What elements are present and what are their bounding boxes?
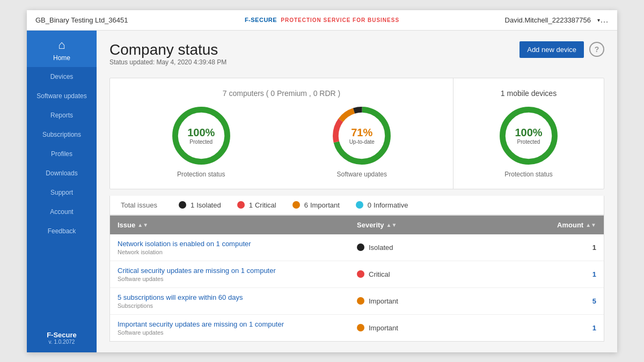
sidebar-item-software-updates[interactable]: Software updates — [27, 86, 97, 106]
severity-dot-0 — [357, 243, 364, 251]
table-header: Issue ▲▼ Severity ▲▼ Amount ▲▼ — [110, 216, 604, 234]
mobile-gauges-row: 100% Protected Protection status — [464, 106, 593, 178]
computers-count: 7 computers — [223, 89, 264, 98]
donut-text-mobile: Protected — [515, 139, 542, 145]
sidebar-item-subscriptions[interactable]: Subscriptions — [27, 125, 97, 144]
help-button[interactable]: ? — [589, 42, 604, 57]
top-bar: GB_Binary Testing Ltd_36451 F-SECURE PRO… — [27, 10, 617, 31]
issue-informative: 0 Informative — [356, 201, 408, 209]
td-severity-3: Important — [349, 315, 477, 341]
td-issue-3: Important security updates are missing o… — [110, 315, 349, 341]
donut-center-protection: 100% Protected — [187, 126, 215, 145]
computers-left: 7 computers ( 0 Premium , 0 RDR ) — [110, 78, 453, 189]
main-layout: ⌂ Home Devices Software updates Reports … — [27, 31, 617, 352]
td-issue-0: Network isolation is enabled on 1 comput… — [110, 234, 349, 261]
main-content: Company status Status updated: May 4, 20… — [97, 31, 617, 352]
status-updated: Status updated: May 4, 2020 4:39:48 PM — [109, 58, 226, 66]
sidebar-item-home[interactable]: ⌂ Home — [27, 31, 97, 67]
sidebar-home-label: Home — [53, 54, 70, 62]
computers-section: 7 computers ( 0 Premium , 0 RDR ) — [110, 78, 604, 189]
donut-mobile: 100% Protected — [499, 106, 558, 165]
issue-critical: 1 Critical — [237, 201, 276, 209]
gauges-row: 100% Protected Protection status — [121, 106, 442, 178]
sidebar-item-account[interactable]: Account — [27, 202, 97, 221]
username: David.Mitchell_2223387756 — [505, 16, 591, 24]
td-amount-2: 5 — [477, 288, 604, 314]
important-label: Important — [310, 201, 340, 209]
th-severity: Severity ▲▼ — [349, 216, 477, 234]
important-count: 6 — [304, 201, 308, 209]
table-row: 5 subscriptions will expire within 60 da… — [110, 288, 604, 315]
logo-prefix: F-SECURE — [245, 17, 277, 23]
issue-sub-3: Software updates — [118, 329, 164, 336]
sidebar-item-feedback[interactable]: Feedback — [27, 221, 97, 241]
title-block: Company status Status updated: May 4, 20… — [109, 41, 226, 75]
content-header: Company status Status updated: May 4, 20… — [109, 41, 604, 75]
total-issues-label: Total issues — [121, 201, 157, 209]
gauge-software: 71% Up-to-date Software updates — [332, 106, 391, 178]
issue-name-3[interactable]: Important security updates are missing o… — [118, 320, 284, 328]
amount-3: 1 — [592, 324, 596, 332]
header-actions: Add new device ? — [519, 41, 604, 58]
severity-label-2: Important — [369, 297, 398, 305]
issues-table: Issue ▲▼ Severity ▲▼ Amount ▲▼ Net — [109, 215, 604, 342]
amount-1: 1 — [592, 270, 596, 278]
gauge-label-software: Software updates — [337, 171, 387, 178]
sidebar-item-profiles[interactable]: Profiles — [27, 144, 97, 164]
home-icon: ⌂ — [58, 38, 65, 52]
td-severity-0: Isolated — [349, 234, 477, 261]
table-row: Important security updates are missing o… — [110, 315, 604, 341]
donut-text-software: Up-to-date — [349, 139, 375, 145]
critical-label: Critical — [255, 201, 276, 209]
th-severity-label: Severity — [357, 221, 384, 229]
issue-important: 6 Important — [292, 201, 340, 209]
sidebar-bottom: F-Secure v. 1.0.2072 — [47, 323, 77, 352]
isolated-count: 1 — [191, 201, 194, 209]
sort-amount-icon[interactable]: ▲▼ — [586, 222, 596, 228]
sidebar: ⌂ Home Devices Software updates Reports … — [27, 31, 97, 352]
donut-protection: 100% Protected — [172, 106, 231, 165]
severity-label-0: Isolated — [369, 243, 393, 252]
app-logo: F-SECURE PROTECTION SERVICE FOR BUSINESS — [245, 17, 399, 23]
donut-center-software: 71% Up-to-date — [349, 126, 375, 145]
td-issue-1: Critical security updates are missing on… — [110, 261, 349, 287]
td-issue-2: 5 subscriptions will expire within 60 da… — [110, 288, 349, 314]
issue-sub-2: Subscriptions — [118, 302, 153, 309]
sidebar-item-reports[interactable]: Reports — [27, 106, 97, 125]
issues-bar: Total issues 1 Isolated 1 Critical 6 Imp… — [109, 196, 604, 215]
grid-icon[interactable]: … — [600, 15, 609, 25]
informative-dot — [356, 201, 363, 209]
th-issue-label: Issue — [118, 221, 135, 229]
sidebar-item-downloads[interactable]: Downloads — [27, 164, 97, 183]
donut-pct-software: 71% — [349, 126, 375, 139]
isolated-label: Isolated — [196, 201, 221, 209]
table-row: Critical security updates are missing on… — [110, 261, 604, 288]
add-new-device-button[interactable]: Add new device — [519, 41, 584, 58]
isolated-dot — [179, 201, 186, 209]
sort-issue-icon[interactable]: ▲▼ — [137, 222, 148, 228]
severity-dot-3 — [357, 324, 364, 331]
sidebar-item-devices[interactable]: Devices — [27, 67, 97, 86]
logo-suffix: PROTECTION SERVICE FOR BUSINESS — [281, 17, 399, 23]
company-name: GB_Binary Testing Ltd_36451 — [35, 16, 128, 24]
severity-dot-2 — [357, 297, 364, 305]
issue-sub-1: Software updates — [118, 276, 164, 282]
sidebar-item-support[interactable]: Support — [27, 183, 97, 202]
user-menu[interactable]: David.Mitchell_2223387756 ▾ — [505, 16, 600, 24]
th-amount: Amount ▲▼ — [477, 216, 604, 234]
issue-name-1[interactable]: Critical security updates are missing on… — [118, 267, 276, 275]
donut-software: 71% Up-to-date — [332, 106, 391, 165]
page-title: Company status — [109, 41, 226, 58]
important-dot — [292, 201, 300, 209]
sidebar-logo: F-Secure — [47, 331, 77, 339]
severity-label-1: Critical — [369, 270, 390, 278]
issue-name-2[interactable]: 5 subscriptions will expire within 60 da… — [118, 293, 243, 301]
th-amount-label: Amount — [557, 221, 583, 229]
mobile-title: 1 mobile devices — [464, 89, 593, 98]
issue-name-0[interactable]: Network isolation is enabled on 1 comput… — [118, 240, 251, 248]
app-frame: GB_Binary Testing Ltd_36451 F-SECURE PRO… — [27, 10, 617, 352]
dashboard-card: 7 computers ( 0 Premium , 0 RDR ) — [109, 78, 604, 189]
severity-label-3: Important — [369, 324, 398, 332]
sort-severity-icon[interactable]: ▲▼ — [386, 222, 397, 228]
informative-count: 0 — [368, 201, 371, 209]
